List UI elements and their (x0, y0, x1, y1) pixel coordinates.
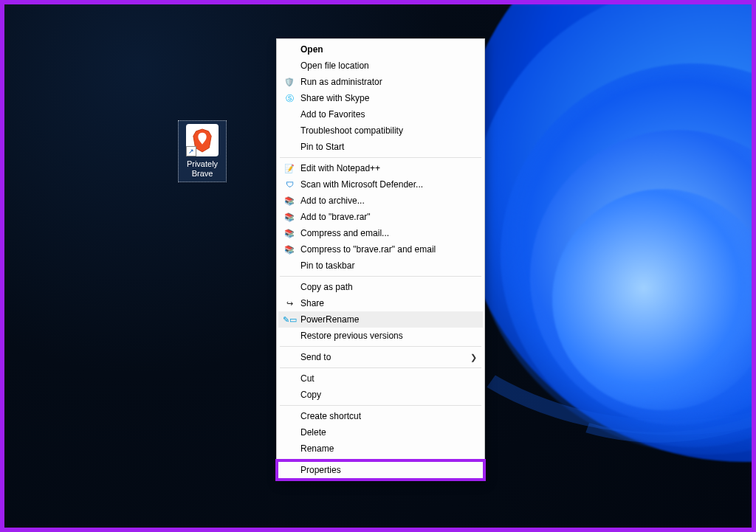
menu-item-label: Copy as path (300, 282, 477, 292)
menu-item-add-to-archive[interactable]: 📚Add to archive... (278, 193, 483, 209)
menu-icon-blank (283, 281, 296, 293)
menu-item-run-as-administrator[interactable]: 🛡️Run as administrator (278, 74, 483, 90)
menu-item-label: Send to (300, 352, 470, 362)
menu-icon-blank (283, 443, 296, 455)
menu-item-label: Open (300, 44, 477, 55)
menu-item-label: Compress to "brave.rar" and email (300, 244, 477, 255)
menu-item-label: Compress and email... (300, 228, 477, 238)
share-icon: ↪ (283, 297, 296, 309)
menu-item-label: Create shortcut (300, 411, 477, 421)
menu-separator (280, 367, 481, 368)
menu-item-share[interactable]: ↪Share (278, 295, 483, 311)
defender-icon: 🛡︎ (283, 179, 296, 190)
winrar-icon: 📚 (283, 243, 296, 255)
menu-item-label: Pin to Start (300, 142, 477, 152)
menu-item-label: Run as administrator (300, 77, 477, 87)
menu-item-label: Scan with Microsoft Defender... (300, 179, 477, 190)
menu-item-label: Add to archive... (300, 196, 477, 206)
menu-item-label: Edit with Notepad++ (300, 163, 477, 173)
context-menu: OpenOpen file location🛡️Run as administr… (276, 38, 485, 481)
menu-icon-blank (283, 141, 296, 153)
menu-item-share-with-skype[interactable]: ⓈShare with Skype (278, 90, 483, 106)
menu-item-copy-as-path[interactable]: Copy as path (278, 279, 483, 295)
menu-item-compress-to-brave-rar-and-email[interactable]: 📚Compress to "brave.rar" and email (278, 241, 483, 258)
menu-item-open-file-location[interactable]: Open file location (278, 58, 483, 74)
menu-item-label: Share with Skype (300, 93, 477, 103)
menu-item-compress-and-email[interactable]: 📚Compress and email... (278, 225, 483, 241)
menu-item-label: Share (300, 298, 477, 308)
menu-item-pin-to-start[interactable]: Pin to Start (278, 139, 483, 155)
menu-item-add-to-brave-rar[interactable]: 📚Add to "brave.rar" (278, 209, 483, 225)
menu-item-edit-with-notepad[interactable]: 📝Edit with Notepad++ (278, 160, 483, 176)
menu-icon-blank (283, 60, 296, 72)
menu-icon-blank (283, 373, 296, 384)
menu-icon-blank (283, 410, 296, 422)
menu-item-label: Properties (300, 465, 477, 475)
menu-icon-blank (283, 44, 296, 55)
menu-item-delete[interactable]: Delete (278, 424, 483, 441)
winrar-icon: 📚 (283, 227, 296, 239)
menu-icon-blank (283, 426, 296, 438)
menu-item-label: Delete (300, 427, 477, 438)
powerrename-icon: ✎▭ (283, 314, 296, 325)
menu-item-pin-to-taskbar[interactable]: Pin to taskbar (278, 258, 483, 274)
menu-item-label: Add to Favorites (300, 109, 477, 120)
menu-item-label: Rename (300, 443, 477, 454)
menu-item-powerrename[interactable]: ✎▭PowerRename (278, 311, 483, 328)
menu-separator (280, 346, 481, 347)
menu-icon-blank (283, 464, 296, 476)
menu-item-create-shortcut[interactable]: Create shortcut (278, 408, 483, 424)
menu-item-label: PowerRename (300, 314, 477, 325)
menu-item-add-to-favorites[interactable]: Add to Favorites (278, 106, 483, 122)
menu-item-restore-previous-versions[interactable]: Restore previous versions (278, 328, 483, 344)
winrar-icon: 📚 (283, 195, 296, 207)
shield-admin-icon: 🛡️ (283, 76, 296, 88)
menu-separator (280, 276, 481, 277)
winrar-icon: 📚 (283, 211, 296, 223)
desktop-shortcut-brave[interactable]: ↗ Privately Brave (178, 120, 227, 182)
menu-icon-blank (283, 260, 296, 272)
menu-item-copy[interactable]: Copy (278, 387, 483, 403)
menu-item-troubleshoot-compatibility[interactable]: Troubleshoot compatibility (278, 122, 483, 139)
shortcut-overlay-icon: ↗ (186, 146, 196, 156)
menu-separator (280, 157, 481, 158)
chevron-right-icon: ❯ (470, 353, 477, 362)
menu-icon-blank (283, 108, 296, 120)
menu-item-label: Copy (300, 390, 477, 400)
menu-icon-blank (283, 125, 296, 137)
menu-item-label: Pin to taskbar (300, 260, 477, 271)
brave-icon: ↗ (186, 124, 219, 156)
menu-item-cut[interactable]: Cut (278, 370, 483, 387)
menu-separator (280, 405, 481, 406)
menu-item-label: Open file location (300, 61, 477, 71)
menu-item-label: Add to "brave.rar" (300, 212, 477, 222)
menu-item-send-to[interactable]: Send to❯ (278, 349, 483, 365)
menu-item-open[interactable]: Open (278, 41, 483, 58)
menu-item-scan-with-microsoft-defender[interactable]: 🛡︎Scan with Microsoft Defender... (278, 176, 483, 193)
menu-item-label: Restore previous versions (300, 331, 477, 341)
skype-icon: Ⓢ (283, 92, 296, 104)
menu-separator (280, 459, 481, 460)
menu-icon-blank (283, 330, 296, 342)
menu-icon-blank (283, 351, 296, 363)
notepadpp-icon: 📝 (283, 162, 296, 174)
menu-icon-blank (283, 389, 296, 401)
menu-item-label: Cut (300, 373, 477, 384)
menu-item-properties[interactable]: Properties (278, 462, 483, 478)
menu-item-rename[interactable]: Rename (278, 441, 483, 457)
desktop-shortcut-label: Privately Brave (180, 159, 224, 179)
menu-item-label: Troubleshoot compatibility (300, 125, 477, 136)
desktop-wallpaper[interactable]: ↗ Privately Brave OpenOpen file location… (4, 4, 752, 528)
